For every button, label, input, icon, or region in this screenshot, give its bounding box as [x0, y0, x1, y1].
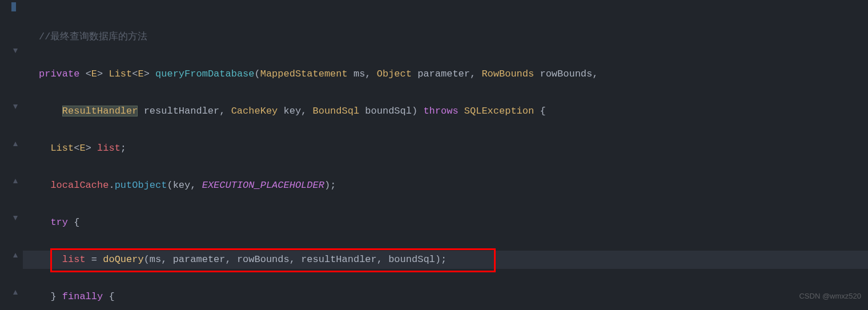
fold-icon[interactable]	[11, 251, 19, 259]
param-rowBounds: rowBounds	[540, 69, 592, 79]
editor-gutter	[0, 0, 23, 310]
semicolon: ;	[441, 254, 447, 265]
fold-icon[interactable]	[11, 177, 19, 185]
generic-E: E	[79, 143, 85, 154]
method-name: queryFromDatabase	[155, 69, 254, 79]
type-ResultHandler: ResultHandler	[62, 106, 138, 116]
call-putObject: putObject	[115, 180, 167, 191]
angle-close: >	[144, 69, 150, 79]
comma: ,	[290, 254, 295, 265]
param-ms: ms	[353, 69, 365, 79]
field-localCache: localCache	[50, 180, 108, 191]
fold-icon[interactable]	[11, 140, 19, 148]
paren-close: )	[435, 254, 441, 265]
paren-open: (	[255, 69, 260, 79]
kw-private: private	[39, 69, 79, 79]
assign-op: =	[86, 254, 103, 265]
semicolon: ;	[120, 143, 126, 154]
generic-E: E	[138, 69, 143, 79]
fold-icon[interactable]	[11, 103, 19, 111]
comment-text: //最终查询数据库的方法	[39, 31, 147, 42]
code-line: list = doQuery(ms, parameter, rowBounds,…	[39, 251, 868, 269]
angle-close: >	[97, 69, 103, 79]
fold-icon[interactable]	[11, 214, 19, 222]
paren-open: (	[167, 180, 172, 191]
kw-finally: finally	[62, 291, 103, 302]
arg-key: key	[173, 180, 191, 191]
arg-boundSql: boundSql	[388, 254, 435, 265]
var-list: list	[97, 143, 120, 154]
generic-E: E	[91, 69, 97, 79]
const-placeholder: EXECUTION_PLACEHOLDER	[202, 180, 324, 191]
brace-open: {	[540, 106, 545, 116]
arg-ms: ms	[150, 254, 161, 265]
param-key: key	[284, 106, 302, 116]
type-RowBounds: RowBounds	[481, 69, 534, 79]
type-List: List	[50, 143, 74, 154]
comma: ,	[470, 69, 476, 79]
paren-close: )	[324, 180, 330, 191]
type-Object: Object	[377, 69, 412, 79]
arg-rowBounds: rowBounds	[237, 254, 290, 265]
angle-open: <	[86, 69, 91, 79]
comma: ,	[190, 180, 196, 191]
comma: ,	[219, 106, 225, 116]
angle-close: >	[86, 143, 91, 154]
paren-open: (	[144, 254, 150, 265]
fold-icon[interactable]	[11, 47, 19, 55]
kw-throws: throws	[423, 106, 458, 116]
var-list: list	[62, 254, 86, 265]
code-line: try {	[39, 214, 868, 232]
comma: ,	[161, 254, 167, 265]
code-line: ResultHandler resultHandler, CacheKey ke…	[39, 102, 868, 121]
code-line: } finally {	[39, 288, 868, 307]
comma: ,	[377, 254, 383, 265]
param-boundSql: boundSql	[365, 106, 412, 116]
call-doQuery: doQuery	[103, 254, 143, 265]
param-resultHandler: resultHandler	[144, 106, 220, 116]
type-MappedStatement: MappedStatement	[260, 69, 348, 79]
comma: ,	[301, 106, 307, 116]
paren-close: )	[412, 106, 417, 116]
code-line: //最终查询数据库的方法	[39, 28, 868, 47]
comma: ,	[592, 69, 598, 79]
brace-close: }	[50, 291, 56, 302]
type-BoundSql: BoundSql	[313, 106, 360, 116]
arg-parameter: parameter	[173, 254, 226, 265]
type-List: List	[108, 69, 132, 79]
code-line: private <E> List<E> queryFromDatabase(Ma…	[39, 65, 868, 84]
brace-open: {	[108, 291, 114, 302]
comma: ,	[226, 254, 231, 265]
bookmark-marker[interactable]	[11, 2, 16, 11]
brace-open: {	[74, 217, 79, 228]
angle-open: <	[132, 69, 138, 79]
fold-icon[interactable]	[11, 288, 19, 296]
type-CacheKey: CacheKey	[231, 106, 278, 116]
type-SQLException: SQLException	[464, 106, 534, 116]
semicolon: ;	[330, 180, 336, 191]
comma: ,	[365, 69, 371, 79]
code-line: localCache.putObject(key, EXECUTION_PLAC…	[39, 176, 868, 195]
kw-try: try	[50, 217, 68, 228]
arg-resultHandler: resultHandler	[301, 254, 377, 265]
code-line: List<E> list;	[39, 139, 868, 158]
angle-open: <	[74, 143, 79, 154]
param-parameter: parameter	[417, 69, 470, 79]
code-editor[interactable]: //最终查询数据库的方法 private <E> List<E> queryFr…	[23, 0, 868, 310]
dot: .	[108, 180, 114, 191]
